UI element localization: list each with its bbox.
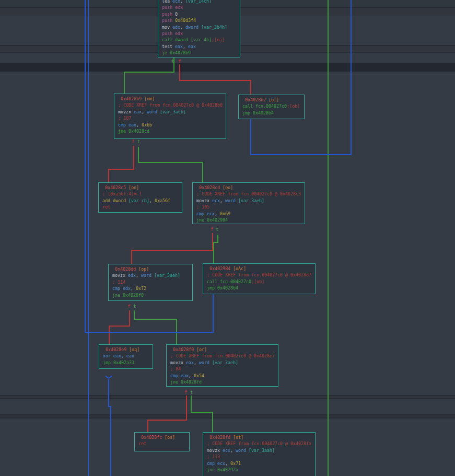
edge-0x4028b9-false-to-0x4028c5 [108, 169, 134, 170]
edge-entry-false-to-0x4028b2 [179, 64, 180, 81]
edge-0x4028b9-true-to-0x4028cd [202, 162, 203, 183]
asm-line: ; 114 [112, 279, 192, 285]
edge-0x4028b2-jmp-0x402864 [351, 0, 352, 155]
asm-line: cmp eax, 0x6b [118, 122, 226, 128]
asm-line: ; CODE XREF from fcn.004027c0 @ 0x4028e7 [170, 353, 278, 359]
branch-label-f: f [132, 140, 134, 144]
edge-0x4028dd-false-to-0x4028e9 [109, 326, 110, 345]
bg-band [0, 63, 455, 72]
branch-label-f: f [178, 59, 181, 64]
edge-entry-true-to-0x4028b9 [124, 72, 125, 94]
asm-line: movzx edx, word [var_3aeh] [112, 272, 192, 278]
asm-line: movzx ecx, word [var_3aeh] [196, 198, 305, 204]
basic-block-0x4028f0[interactable]: 0x4028f0 [or]; CODE XREF from fcn.004027… [166, 344, 278, 387]
asm-line: cmp ecx, 0x71 [207, 460, 315, 467]
edge-0x4028cd-true-to-0x402984 [213, 242, 214, 264]
edge-passthrough-green [328, 0, 329, 476]
edge-0x4028cd-false-to-0x4028dd [131, 250, 213, 251]
edge-0x4028f0-false-to-0x4028fc [147, 420, 187, 421]
edge-0x402984-jmp-0x402864 [85, 0, 86, 333]
asm-line: ; 84 [170, 366, 278, 372]
asm-line: jmp 0x402864 [207, 285, 315, 291]
edge-passthrough-blue [88, 0, 89, 476]
block-body: 0x4028dd [op]movzx edx, word [var_3aeh];… [109, 264, 192, 298]
branch-label-t: t [137, 140, 140, 144]
asm-line: call dword [var_4h];[oj] [162, 37, 240, 43]
basic-block-0x4028fc[interactable]: 0x4028fc [os]ret [134, 432, 190, 451]
asm-line: ret [102, 204, 182, 210]
edge-0x4028b9-true-to-0x4028cd [138, 147, 139, 163]
asm-line: ; CODE XREF from fcn.004027c0 @ 0x4028b0 [118, 102, 226, 108]
asm-line: movzx eax, word [var_3ach] [118, 109, 226, 115]
edge-0x4028dd-false-to-0x4028e9 [129, 310, 130, 327]
asm-line: test eax, eax [162, 43, 240, 50]
branch-label-f: f [211, 227, 213, 232]
asm-line: ; 107 [118, 115, 226, 121]
block-title: 0x402984 [oAc] [207, 265, 315, 272]
asm-line: push ecx [162, 4, 240, 10]
edge-entry-true-to-0x4028b9 [124, 72, 174, 73]
branch-label-f: f [184, 390, 187, 395]
edge-0x4028b9-true-to-0x4028cd [138, 162, 203, 163]
basic-block-0x4028fd[interactable]: 0x4028fd [ot]; CODE XREF from fcn.004027… [203, 432, 316, 476]
edge-0x4028b2-jmp-0x402864 [250, 154, 352, 155]
edge-0x4028f0-true-to-0x4028fd [191, 412, 213, 413]
edge-0x4028b9-false-to-0x4028c5 [133, 146, 134, 170]
graph-view[interactable]: lea ecx, [var_14ch]push ecxpush 0push 0x… [0, 0, 455, 476]
asm-line: lea ecx, [var_14ch] [162, 0, 240, 4]
asm-line: je 0x4028b9 [162, 50, 240, 56]
asm-line: jne 0x40292a [207, 467, 315, 473]
block-title: 0x4028fd [ot] [207, 434, 315, 440]
basic-block-0x4028dd[interactable]: 0x4028dd [op]movzx edx, word [var_3aeh];… [108, 264, 193, 301]
asm-line: cmp ecx, 0x69 [196, 211, 305, 217]
edge-entry-false-to-0x4028b2 [179, 80, 251, 81]
basic-block-0x4028e9[interactable]: 0x4028e9 [oq]xor eax, eaxjmp 0x402a33 [99, 344, 153, 369]
asm-line: jne 0x4028cd [118, 128, 226, 134]
asm-line: ; CODE XREF from fcn.004027c0 @ 0x4028c3 [196, 191, 305, 197]
basic-block-0x402984[interactable]: 0x402984 [oAc]; CODE XREF from fcn.00402… [203, 263, 316, 294]
asm-line: push 0x40d3f4 [162, 17, 240, 24]
asm-line: movzx eax, word [var_3aeh] [170, 359, 278, 366]
block-title: 0x4028e9 [oq] [103, 346, 153, 353]
edge-0x402984-jmp-0x402864 [85, 332, 214, 333]
block-title: 0x4028c5 [on] [102, 184, 182, 191]
asm-line: mov edx, dword [var_3b4h] [162, 24, 240, 30]
block-title: 0x4028b9 [om] [118, 96, 226, 102]
block-body: lea ecx, [var_14ch]push ecxpush 0push 0x… [158, 0, 240, 56]
asm-line: call fcn.004027c0;[ob] [242, 103, 304, 109]
asm-line: ; CODE XREF from fcn.004027c0 @ 0x4028d7 [207, 272, 315, 278]
basic-block-clipped-top[interactable]: lea ecx, [var_14ch]push ecxpush 0push 0x… [158, 0, 240, 57]
block-body: 0x4028e9 [oq]xor eax, eaxjmp 0x402a33 [99, 345, 153, 366]
edge-0x4028f0-false-to-0x4028fc [186, 396, 187, 421]
bg-band [0, 398, 455, 399]
block-body: 0x4028b9 [om]; CODE XREF from fcn.004027… [114, 94, 226, 134]
asm-line: call fcn.004027c0;[ob] [207, 278, 315, 285]
asm-line: ; [0xa56f:4]=-1 [102, 191, 182, 197]
branch-label-t: t [171, 59, 174, 64]
arrowhead-down [109, 376, 112, 379]
block-body: 0x4028fd [ot]; CODE XREF from fcn.004027… [203, 433, 315, 473]
block-body: 0x4028c5 [on]; [0xa56f:4]=-1add dword [v… [99, 183, 182, 211]
edge-0x4028dd-false-to-0x4028e9 [109, 326, 130, 327]
branch-label-t: t [216, 227, 218, 232]
block-body: 0x4028cd [oo]; CODE XREF from fcn.004027… [193, 183, 305, 223]
block-title: 0x4028f0 [or] [170, 346, 278, 353]
edge-0x4028f0-true-to-0x4028fd [191, 396, 192, 413]
asm-line: push 0 [162, 11, 240, 17]
asm-line: jne 0x4028f0 [112, 292, 192, 298]
edge-0x4028dd-true-to-0x4028f0 [134, 319, 177, 320]
asm-line: jne 0x4028fd [170, 379, 278, 385]
edge-0x4028cd-false-to-0x4028dd [131, 250, 132, 264]
asm-line: xor eax, eax [103, 353, 153, 359]
basic-block-0x4028b9[interactable]: 0x4028b9 [om]; CODE XREF from fcn.004027… [114, 94, 226, 139]
branch-label-f: f [127, 304, 130, 309]
basic-block-0x4028c5[interactable]: 0x4028c5 [on]; [0xa56f:4]=-1add dword [v… [98, 182, 182, 213]
asm-line: jmp 0x402a33 [103, 359, 153, 366]
asm-line: cmp eax, 0x54 [170, 373, 278, 379]
asm-line: cmp edx, 0x72 [112, 285, 192, 292]
basic-block-0x4028b2[interactable]: 0x4028b2 [ol]call fcn.004027c0;[ob]jmp 0… [238, 95, 305, 119]
asm-line: ret [138, 440, 189, 447]
branch-label-t: t [190, 390, 193, 395]
bg-band [0, 417, 455, 419]
basic-block-0x4028cd[interactable]: 0x4028cd [oo]; CODE XREF from fcn.004027… [192, 182, 305, 224]
